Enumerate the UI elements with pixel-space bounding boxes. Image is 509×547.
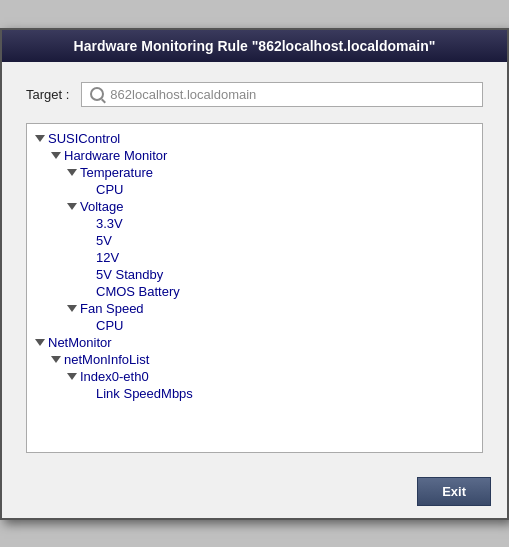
tree-item-label: 3.3V	[96, 216, 123, 231]
tree-item-v12[interactable]: 12V	[27, 249, 482, 266]
dialog-content: Target : 862localhost.localdomain SUSICo…	[2, 62, 507, 469]
tree-item-fan-speed[interactable]: Fan Speed	[27, 300, 482, 317]
tree-item-label: CMOS Battery	[96, 284, 180, 299]
tree-item-susi-control[interactable]: SUSIControl	[27, 130, 482, 147]
triangle-icon	[67, 203, 77, 210]
tree-container[interactable]: SUSIControlHardware MonitorTemperatureCP…	[26, 123, 483, 453]
search-icon	[90, 87, 104, 101]
tree-item-cpu-temp[interactable]: CPU	[27, 181, 482, 198]
target-input-wrap: 862localhost.localdomain	[81, 82, 483, 107]
tree-item-label: CPU	[96, 182, 123, 197]
tree-item-temperature[interactable]: Temperature	[27, 164, 482, 181]
title-bar: Hardware Monitoring Rule "862localhost.l…	[2, 30, 507, 62]
tree-item-label: Fan Speed	[80, 301, 144, 316]
tree-item-label: NetMonitor	[48, 335, 112, 350]
triangle-icon	[67, 169, 77, 176]
tree-item-hardware-monitor[interactable]: Hardware Monitor	[27, 147, 482, 164]
tree-item-link-speed[interactable]: Link SpeedMbps	[27, 385, 482, 402]
dialog-window: Hardware Monitoring Rule "862localhost.l…	[0, 28, 509, 520]
tree-item-voltage[interactable]: Voltage	[27, 198, 482, 215]
target-label: Target :	[26, 87, 69, 102]
dialog-footer: Exit	[2, 469, 507, 518]
tree-item-v5standby[interactable]: 5V Standby	[27, 266, 482, 283]
tree-item-v5[interactable]: 5V	[27, 232, 482, 249]
triangle-icon	[35, 135, 45, 142]
tree-item-v33[interactable]: 3.3V	[27, 215, 482, 232]
tree-item-cmos[interactable]: CMOS Battery	[27, 283, 482, 300]
exit-button[interactable]: Exit	[417, 477, 491, 506]
tree-item-label: Voltage	[80, 199, 123, 214]
target-value: 862localhost.localdomain	[110, 87, 256, 102]
tree-item-label: Index0-eth0	[80, 369, 149, 384]
tree-item-label: SUSIControl	[48, 131, 120, 146]
tree-item-net-mon-info-list[interactable]: netMonInfoList	[27, 351, 482, 368]
triangle-icon	[35, 339, 45, 346]
tree-item-label: 12V	[96, 250, 119, 265]
tree-item-label: Temperature	[80, 165, 153, 180]
tree-item-label: Hardware Monitor	[64, 148, 167, 163]
tree-item-label: Link SpeedMbps	[96, 386, 193, 401]
dialog-title: Hardware Monitoring Rule "862localhost.l…	[74, 38, 436, 54]
tree-item-label: 5V Standby	[96, 267, 163, 282]
tree-item-label: CPU	[96, 318, 123, 333]
tree-item-cpu-fan[interactable]: CPU	[27, 317, 482, 334]
triangle-icon	[51, 356, 61, 363]
tree-item-label: 5V	[96, 233, 112, 248]
tree-item-net-monitor[interactable]: NetMonitor	[27, 334, 482, 351]
tree-item-label: netMonInfoList	[64, 352, 149, 367]
target-row: Target : 862localhost.localdomain	[26, 82, 483, 107]
triangle-icon	[67, 305, 77, 312]
triangle-icon	[51, 152, 61, 159]
triangle-icon	[67, 373, 77, 380]
tree-item-index0-eth0[interactable]: Index0-eth0	[27, 368, 482, 385]
